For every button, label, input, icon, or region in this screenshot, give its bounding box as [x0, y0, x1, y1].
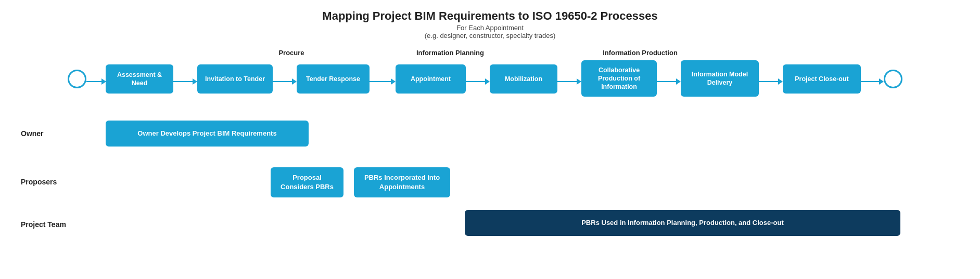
- main-title: Mapping Project BIM Requirements to ISO …: [16, 9, 964, 23]
- page: Mapping Project BIM Requirements to ISO …: [0, 0, 980, 279]
- subtitle-line2: (e.g. designer, constructor, specialty t…: [425, 32, 555, 39]
- owner-label: Owner: [21, 129, 44, 138]
- phase-procure: Procure: [219, 49, 364, 57]
- arrow-m-c: [557, 78, 581, 85]
- arrow-a-m: [466, 78, 490, 85]
- mobilization-box: Mobilization: [490, 64, 557, 94]
- arrow-imd-pc: [759, 78, 783, 85]
- arrow-c-imd: [657, 78, 681, 85]
- proposal-box: Proposal Considers PBRs: [271, 167, 343, 197]
- project-team-label: Project Team: [21, 220, 66, 229]
- imd-box: Information Model Delivery: [681, 60, 759, 97]
- phase-info-planning: Information Planning: [390, 49, 510, 57]
- tender-response-box: Tender Response: [297, 64, 370, 94]
- appointment-box: Appointment: [396, 64, 466, 94]
- subtitle-line1: For Each Appointment: [456, 24, 524, 32]
- invitation-box: Invitation to Tender: [197, 64, 273, 94]
- project-team-box: PBRs Used in Information Planning, Produ…: [465, 210, 900, 236]
- end-circle: [884, 70, 902, 88]
- start-circle: [68, 70, 86, 88]
- owner-box: Owner Develops Project BIM Requirements: [106, 121, 309, 147]
- arrow-pc-end: [861, 78, 884, 85]
- collaborative-box: Collaborative Production of Information: [581, 60, 657, 97]
- title-area: Mapping Project BIM Requirements to ISO …: [16, 9, 964, 39]
- pbrs-appointments-box: PBRs Incorporated into Appointments: [354, 167, 450, 197]
- diagram-area: Procure Information Planning Information…: [16, 49, 964, 251]
- arrow-start: [86, 78, 106, 85]
- arrow-i-t: [273, 78, 297, 85]
- assessment-box: Assessment & Need: [106, 64, 173, 94]
- subtitle: For Each Appointment (e.g. designer, con…: [16, 24, 964, 39]
- arrow-t-a: [370, 78, 396, 85]
- arrow-a-i: [173, 78, 197, 85]
- closeout-box: Project Close-out: [783, 64, 861, 94]
- phase-info-production: Information Production: [541, 49, 739, 57]
- proposers-label: Proposers: [21, 178, 57, 186]
